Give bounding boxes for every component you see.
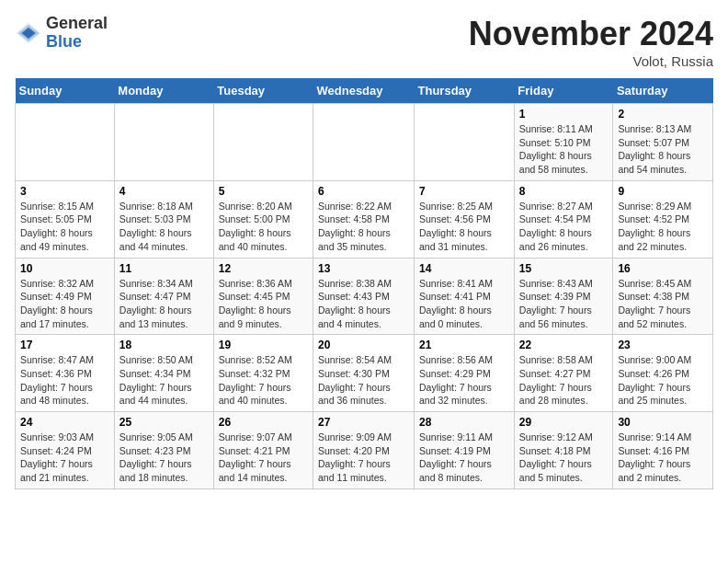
header-cell-wednesday: Wednesday (313, 78, 415, 104)
day-cell: 22Sunrise: 8:58 AM Sunset: 4:27 PM Dayli… (514, 335, 613, 412)
day-number: 16 (618, 262, 708, 275)
day-cell: 5Sunrise: 8:20 AM Sunset: 5:00 PM Daylig… (213, 180, 313, 258)
day-cell: 28Sunrise: 9:11 AM Sunset: 4:19 PM Dayli… (415, 412, 515, 489)
day-info: Sunrise: 9:07 AM Sunset: 4:21 PM Dayligh… (219, 431, 308, 485)
day-cell (313, 104, 415, 181)
day-cell: 27Sunrise: 9:09 AM Sunset: 4:20 PM Dayli… (313, 412, 415, 489)
day-number: 15 (519, 262, 609, 275)
day-cell (114, 104, 213, 181)
day-info: Sunrise: 8:22 AM Sunset: 4:58 PM Dayligh… (318, 200, 409, 254)
day-cell: 19Sunrise: 8:52 AM Sunset: 4:32 PM Dayli… (213, 335, 313, 412)
day-info: Sunrise: 8:34 AM Sunset: 4:47 PM Dayligh… (119, 277, 209, 331)
header-cell-tuesday: Tuesday (213, 78, 313, 104)
day-cell: 6Sunrise: 8:22 AM Sunset: 4:58 PM Daylig… (313, 180, 415, 258)
day-cell: 23Sunrise: 9:00 AM Sunset: 4:26 PM Dayli… (613, 335, 713, 412)
day-info: Sunrise: 8:20 AM Sunset: 5:00 PM Dayligh… (219, 200, 308, 254)
day-cell (16, 104, 115, 181)
day-cell (213, 104, 313, 181)
day-info: Sunrise: 8:11 AM Sunset: 5:10 PM Dayligh… (519, 122, 609, 177)
day-cell (415, 104, 515, 181)
day-info: Sunrise: 8:13 AM Sunset: 5:07 PM Dayligh… (618, 122, 708, 177)
day-number: 14 (419, 262, 509, 275)
day-number: 20 (318, 339, 409, 351)
day-cell: 20Sunrise: 8:54 AM Sunset: 4:30 PM Dayli… (313, 335, 415, 412)
day-cell: 7Sunrise: 8:25 AM Sunset: 4:56 PM Daylig… (415, 180, 515, 258)
day-info: Sunrise: 8:41 AM Sunset: 4:41 PM Dayligh… (419, 277, 509, 331)
day-number: 24 (20, 416, 109, 429)
day-info: Sunrise: 8:25 AM Sunset: 4:56 PM Dayligh… (419, 200, 509, 254)
day-cell: 1Sunrise: 8:11 AM Sunset: 5:10 PM Daylig… (514, 104, 613, 181)
day-info: Sunrise: 9:05 AM Sunset: 4:23 PM Dayligh… (119, 431, 209, 485)
day-info: Sunrise: 8:36 AM Sunset: 4:45 PM Dayligh… (219, 277, 308, 331)
logo-icon (15, 19, 42, 47)
day-cell: 29Sunrise: 9:12 AM Sunset: 4:18 PM Dayli… (514, 412, 613, 489)
day-number: 25 (119, 416, 209, 429)
day-info: Sunrise: 9:03 AM Sunset: 4:24 PM Dayligh… (20, 431, 109, 485)
day-cell: 11Sunrise: 8:34 AM Sunset: 4:47 PM Dayli… (114, 258, 213, 335)
page-header: General Blue November 2024 Volot, Russia (15, 15, 713, 69)
day-info: Sunrise: 9:00 AM Sunset: 4:26 PM Dayligh… (618, 353, 708, 408)
day-number: 22 (519, 339, 609, 351)
day-info: Sunrise: 8:29 AM Sunset: 4:52 PM Dayligh… (618, 200, 708, 254)
day-number: 4 (119, 185, 209, 198)
day-info: Sunrise: 8:43 AM Sunset: 4:39 PM Dayligh… (519, 277, 609, 331)
day-info: Sunrise: 8:45 AM Sunset: 4:38 PM Dayligh… (618, 277, 708, 331)
day-info: Sunrise: 9:14 AM Sunset: 4:16 PM Dayligh… (618, 431, 708, 485)
day-number: 18 (119, 339, 209, 351)
day-cell: 24Sunrise: 9:03 AM Sunset: 4:24 PM Dayli… (16, 412, 115, 489)
day-cell: 18Sunrise: 8:50 AM Sunset: 4:34 PM Dayli… (114, 335, 213, 412)
day-number: 8 (519, 185, 609, 198)
header-cell-sunday: Sunday (16, 78, 115, 104)
calendar-table: SundayMondayTuesdayWednesdayThursdayFrid… (15, 78, 713, 489)
day-info: Sunrise: 8:54 AM Sunset: 4:30 PM Dayligh… (318, 353, 409, 408)
day-number: 21 (419, 339, 509, 351)
day-number: 6 (318, 185, 409, 198)
day-number: 5 (219, 185, 308, 198)
day-number: 17 (20, 339, 109, 351)
day-info: Sunrise: 8:38 AM Sunset: 4:43 PM Dayligh… (318, 277, 409, 331)
header-cell-friday: Friday (514, 78, 613, 104)
week-row-1: 1Sunrise: 8:11 AM Sunset: 5:10 PM Daylig… (16, 104, 713, 181)
day-cell: 25Sunrise: 9:05 AM Sunset: 4:23 PM Dayli… (114, 412, 213, 489)
header-cell-saturday: Saturday (613, 78, 713, 104)
logo-blue: Blue (46, 32, 82, 51)
day-cell: 13Sunrise: 8:38 AM Sunset: 4:43 PM Dayli… (313, 258, 415, 335)
month-title: November 2024 (469, 15, 713, 53)
day-cell: 4Sunrise: 8:18 AM Sunset: 5:03 PM Daylig… (114, 180, 213, 258)
week-row-2: 3Sunrise: 8:15 AM Sunset: 5:05 PM Daylig… (16, 180, 713, 258)
day-number: 19 (219, 339, 308, 351)
day-number: 29 (519, 416, 609, 429)
day-number: 23 (618, 339, 708, 351)
day-info: Sunrise: 8:47 AM Sunset: 4:36 PM Dayligh… (20, 353, 109, 408)
day-number: 11 (119, 262, 209, 275)
logo-general: General (46, 14, 108, 32)
day-cell: 10Sunrise: 8:32 AM Sunset: 4:49 PM Dayli… (16, 258, 115, 335)
day-info: Sunrise: 8:56 AM Sunset: 4:29 PM Dayligh… (419, 353, 509, 408)
logo: General Blue (15, 15, 108, 52)
header-cell-thursday: Thursday (415, 78, 515, 104)
day-number: 27 (318, 416, 409, 429)
calendar-body: 1Sunrise: 8:11 AM Sunset: 5:10 PM Daylig… (16, 104, 713, 489)
week-row-4: 17Sunrise: 8:47 AM Sunset: 4:36 PM Dayli… (16, 335, 713, 412)
day-info: Sunrise: 9:11 AM Sunset: 4:19 PM Dayligh… (419, 431, 509, 485)
day-cell: 12Sunrise: 8:36 AM Sunset: 4:45 PM Dayli… (213, 258, 313, 335)
day-number: 13 (318, 262, 409, 275)
day-info: Sunrise: 8:58 AM Sunset: 4:27 PM Dayligh… (519, 353, 609, 408)
day-cell: 26Sunrise: 9:07 AM Sunset: 4:21 PM Dayli… (213, 412, 313, 489)
logo-text: General Blue (46, 15, 108, 52)
location: Volot, Russia (469, 53, 713, 69)
day-info: Sunrise: 9:12 AM Sunset: 4:18 PM Dayligh… (519, 431, 609, 485)
day-number: 2 (618, 108, 708, 121)
day-number: 10 (20, 262, 109, 275)
day-number: 9 (618, 185, 708, 198)
day-cell: 21Sunrise: 8:56 AM Sunset: 4:29 PM Dayli… (415, 335, 515, 412)
day-cell: 16Sunrise: 8:45 AM Sunset: 4:38 PM Dayli… (613, 258, 713, 335)
header-row: SundayMondayTuesdayWednesdayThursdayFrid… (16, 78, 713, 104)
title-block: November 2024 Volot, Russia (469, 15, 713, 69)
day-info: Sunrise: 8:50 AM Sunset: 4:34 PM Dayligh… (119, 353, 209, 408)
day-info: Sunrise: 9:09 AM Sunset: 4:20 PM Dayligh… (318, 431, 409, 485)
day-cell: 14Sunrise: 8:41 AM Sunset: 4:41 PM Dayli… (415, 258, 515, 335)
day-number: 7 (419, 185, 509, 198)
day-number: 28 (419, 416, 509, 429)
day-cell: 30Sunrise: 9:14 AM Sunset: 4:16 PM Dayli… (613, 412, 713, 489)
